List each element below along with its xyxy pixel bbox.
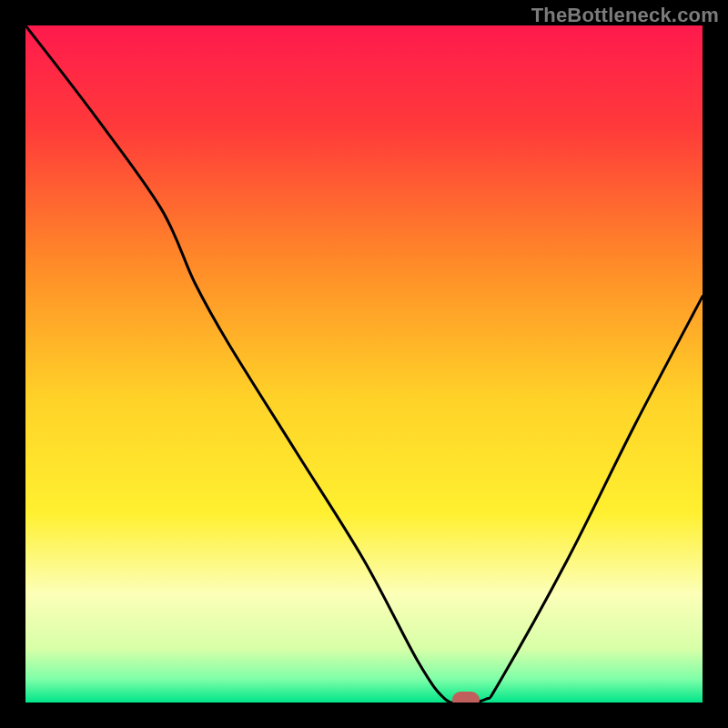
optimal-marker xyxy=(452,692,480,703)
chart-frame: TheBottleneck.com xyxy=(0,0,728,728)
attribution-label: TheBottleneck.com xyxy=(531,4,719,27)
plot-area xyxy=(25,25,703,703)
chart-svg xyxy=(25,25,703,703)
gradient-background xyxy=(25,25,703,703)
